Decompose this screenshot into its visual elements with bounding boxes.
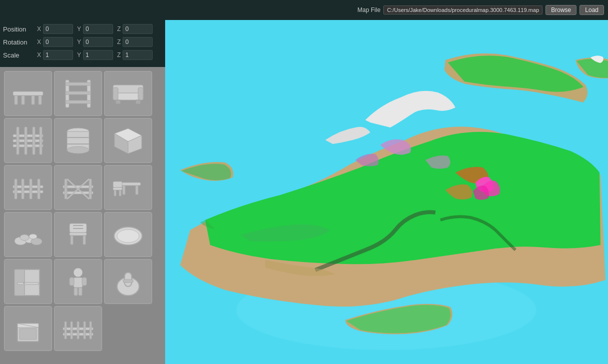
svg-rect-12: [113, 88, 118, 100]
svg-rect-87: [84, 322, 86, 339]
svg-rect-84: [65, 322, 67, 339]
viewport[interactable]: [165, 20, 608, 364]
scale-y-label: Y: [77, 52, 81, 58]
scale-y-input[interactable]: [83, 50, 113, 60]
position-y-input[interactable]: [83, 24, 113, 34]
transform-controls: Position X Y Z Rotation X Y Z Scale: [0, 20, 165, 67]
object-plate[interactable]: [104, 212, 152, 257]
scale-z-input[interactable]: [123, 50, 153, 60]
svg-rect-58: [71, 236, 73, 244]
svg-point-63: [117, 230, 139, 242]
object-small-box[interactable]: [4, 306, 52, 351]
svg-rect-86: [77, 322, 79, 339]
object-figure[interactable]: [54, 259, 102, 304]
svg-rect-1: [15, 96, 18, 104]
scale-row: Scale X Y Z: [3, 50, 162, 60]
svg-rect-41: [89, 179, 92, 199]
map-file-path: C:/Users/Jake/Downloads/proceduralmap.30…: [383, 6, 542, 14]
rotation-row: Rotation X Y Z: [3, 37, 162, 47]
svg-rect-15: [136, 100, 141, 104]
svg-rect-9: [66, 100, 91, 104]
rotation-x-input[interactable]: [43, 37, 73, 47]
scale-label: Scale: [3, 52, 33, 59]
svg-rect-73: [74, 288, 78, 296]
svg-rect-37: [38, 179, 40, 199]
svg-rect-4: [39, 96, 42, 104]
svg-point-25: [67, 146, 89, 154]
position-z-label: Z: [117, 26, 121, 32]
svg-rect-74: [79, 288, 82, 296]
object-cabinet[interactable]: [4, 259, 52, 304]
object-fence-cross[interactable]: [4, 118, 52, 163]
rotation-z-label: Z: [117, 38, 121, 46]
svg-point-55: [29, 234, 37, 239]
object-box[interactable]: [104, 118, 152, 163]
svg-point-54: [20, 234, 29, 240]
svg-rect-14: [116, 100, 121, 104]
rotation-label: Rotation: [3, 38, 33, 46]
object-grid: [0, 67, 165, 355]
object-chair[interactable]: [54, 212, 102, 257]
svg-rect-40: [65, 179, 67, 199]
svg-rect-36: [30, 179, 32, 199]
object-shelf[interactable]: [54, 71, 102, 116]
svg-rect-85: [71, 322, 73, 339]
scale-x-label: X: [37, 52, 41, 58]
main-layout: Position X Y Z Rotation X Y Z Scale: [0, 20, 608, 364]
scale-x-input[interactable]: [43, 50, 73, 60]
svg-rect-21: [33, 127, 35, 154]
scale-z-label: Z: [117, 52, 121, 58]
object-bag[interactable]: [104, 259, 152, 304]
svg-rect-38: [63, 186, 93, 188]
object-fence-small[interactable]: [54, 306, 102, 351]
svg-rect-3: [32, 96, 35, 104]
rotation-y-input[interactable]: [83, 37, 113, 47]
svg-rect-35: [22, 179, 24, 199]
svg-rect-44: [121, 182, 141, 186]
rotation-y-label: Y: [77, 38, 81, 46]
object-grid-container: [0, 67, 165, 364]
left-panel: Position X Y Z Rotation X Y Z Scale: [0, 20, 165, 364]
svg-rect-71: [70, 278, 74, 286]
svg-rect-81: [20, 328, 37, 340]
svg-rect-19: [17, 127, 19, 154]
svg-rect-34: [15, 179, 17, 199]
svg-rect-67: [18, 282, 39, 284]
position-label: Position: [3, 26, 33, 33]
rotation-z-input[interactable]: [123, 37, 153, 47]
svg-rect-56: [70, 232, 87, 236]
object-debris[interactable]: [4, 212, 52, 257]
svg-rect-22: [40, 127, 42, 154]
svg-rect-49: [114, 190, 116, 196]
svg-rect-2: [22, 96, 25, 104]
svg-rect-0: [13, 92, 43, 96]
svg-rect-7: [66, 82, 91, 86]
svg-rect-77: [123, 280, 133, 282]
object-fence-gate[interactable]: [54, 165, 102, 210]
svg-rect-13: [138, 88, 143, 100]
svg-rect-39: [63, 192, 93, 194]
top-bar: Map File C:/Users/Jake/Downloads/procedu…: [0, 0, 608, 20]
svg-rect-48: [113, 182, 122, 188]
position-row: Position X Y Z: [3, 24, 162, 34]
load-button[interactable]: Load: [579, 5, 604, 15]
position-x-label: X: [37, 26, 41, 32]
svg-rect-8: [66, 92, 91, 94]
object-bench[interactable]: [4, 71, 52, 116]
svg-point-69: [74, 268, 83, 277]
position-z-input[interactable]: [123, 24, 153, 34]
object-sofa[interactable]: [104, 71, 152, 116]
rotation-x-label: X: [37, 38, 41, 46]
position-x-input[interactable]: [43, 24, 73, 34]
svg-point-68: [23, 282, 25, 284]
svg-rect-50: [119, 190, 121, 196]
object-barrel[interactable]: [54, 118, 102, 163]
object-fence-row[interactable]: [4, 165, 52, 210]
object-table-chair[interactable]: [104, 165, 152, 210]
svg-rect-70: [74, 278, 83, 288]
svg-rect-47: [113, 188, 122, 190]
browse-button[interactable]: Browse: [545, 5, 576, 15]
position-y-label: Y: [77, 26, 81, 32]
svg-rect-88: [90, 322, 92, 339]
svg-rect-45: [123, 186, 125, 194]
